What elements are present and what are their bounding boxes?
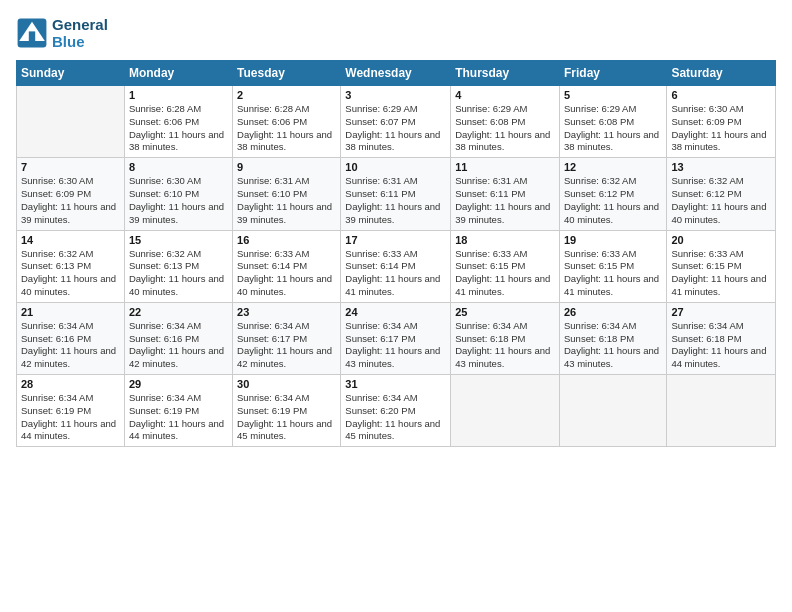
day-info: Sunrise: 6:29 AM Sunset: 6:07 PM Dayligh… bbox=[345, 103, 446, 154]
day-info: Sunrise: 6:31 AM Sunset: 6:11 PM Dayligh… bbox=[455, 175, 555, 226]
day-number: 29 bbox=[129, 378, 228, 390]
day-number: 28 bbox=[21, 378, 120, 390]
calendar-cell: 18Sunrise: 6:33 AM Sunset: 6:15 PM Dayli… bbox=[451, 230, 560, 302]
calendar-cell: 27Sunrise: 6:34 AM Sunset: 6:18 PM Dayli… bbox=[667, 302, 776, 374]
day-number: 10 bbox=[345, 161, 446, 173]
day-header-monday: Monday bbox=[124, 61, 232, 86]
calendar-cell: 2Sunrise: 6:28 AM Sunset: 6:06 PM Daylig… bbox=[233, 86, 341, 158]
day-number: 18 bbox=[455, 234, 555, 246]
calendar-cell: 4Sunrise: 6:29 AM Sunset: 6:08 PM Daylig… bbox=[451, 86, 560, 158]
day-number: 19 bbox=[564, 234, 662, 246]
calendar-cell bbox=[559, 375, 666, 447]
day-info: Sunrise: 6:30 AM Sunset: 6:09 PM Dayligh… bbox=[671, 103, 771, 154]
day-number: 20 bbox=[671, 234, 771, 246]
week-row-3: 14Sunrise: 6:32 AM Sunset: 6:13 PM Dayli… bbox=[17, 230, 776, 302]
day-info: Sunrise: 6:33 AM Sunset: 6:15 PM Dayligh… bbox=[564, 248, 662, 299]
day-number: 26 bbox=[564, 306, 662, 318]
day-info: Sunrise: 6:34 AM Sunset: 6:18 PM Dayligh… bbox=[671, 320, 771, 371]
day-info: Sunrise: 6:34 AM Sunset: 6:16 PM Dayligh… bbox=[129, 320, 228, 371]
calendar-cell: 3Sunrise: 6:29 AM Sunset: 6:07 PM Daylig… bbox=[341, 86, 451, 158]
page: General Blue SundayMondayTuesdayWednesda… bbox=[0, 0, 792, 612]
day-info: Sunrise: 6:30 AM Sunset: 6:09 PM Dayligh… bbox=[21, 175, 120, 226]
calendar-cell: 30Sunrise: 6:34 AM Sunset: 6:19 PM Dayli… bbox=[233, 375, 341, 447]
day-info: Sunrise: 6:31 AM Sunset: 6:11 PM Dayligh… bbox=[345, 175, 446, 226]
day-info: Sunrise: 6:34 AM Sunset: 6:18 PM Dayligh… bbox=[564, 320, 662, 371]
day-info: Sunrise: 6:32 AM Sunset: 6:13 PM Dayligh… bbox=[129, 248, 228, 299]
calendar-header-row: SundayMondayTuesdayWednesdayThursdayFrid… bbox=[17, 61, 776, 86]
day-number: 16 bbox=[237, 234, 336, 246]
calendar-cell: 23Sunrise: 6:34 AM Sunset: 6:17 PM Dayli… bbox=[233, 302, 341, 374]
day-number: 2 bbox=[237, 89, 336, 101]
day-number: 13 bbox=[671, 161, 771, 173]
day-number: 25 bbox=[455, 306, 555, 318]
calendar-cell bbox=[451, 375, 560, 447]
day-info: Sunrise: 6:29 AM Sunset: 6:08 PM Dayligh… bbox=[564, 103, 662, 154]
logo-text: General Blue bbox=[52, 16, 108, 50]
calendar-cell: 6Sunrise: 6:30 AM Sunset: 6:09 PM Daylig… bbox=[667, 86, 776, 158]
calendar-cell bbox=[17, 86, 125, 158]
logo: General Blue bbox=[16, 16, 108, 50]
day-number: 5 bbox=[564, 89, 662, 101]
week-row-2: 7Sunrise: 6:30 AM Sunset: 6:09 PM Daylig… bbox=[17, 158, 776, 230]
day-info: Sunrise: 6:33 AM Sunset: 6:15 PM Dayligh… bbox=[455, 248, 555, 299]
calendar-cell: 15Sunrise: 6:32 AM Sunset: 6:13 PM Dayli… bbox=[124, 230, 232, 302]
calendar-cell: 20Sunrise: 6:33 AM Sunset: 6:15 PM Dayli… bbox=[667, 230, 776, 302]
day-number: 24 bbox=[345, 306, 446, 318]
calendar-cell: 16Sunrise: 6:33 AM Sunset: 6:14 PM Dayli… bbox=[233, 230, 341, 302]
day-header-thursday: Thursday bbox=[451, 61, 560, 86]
calendar-cell bbox=[667, 375, 776, 447]
day-number: 8 bbox=[129, 161, 228, 173]
day-info: Sunrise: 6:34 AM Sunset: 6:19 PM Dayligh… bbox=[21, 392, 120, 443]
week-row-4: 21Sunrise: 6:34 AM Sunset: 6:16 PM Dayli… bbox=[17, 302, 776, 374]
day-info: Sunrise: 6:34 AM Sunset: 6:18 PM Dayligh… bbox=[455, 320, 555, 371]
day-number: 22 bbox=[129, 306, 228, 318]
day-header-friday: Friday bbox=[559, 61, 666, 86]
calendar-cell: 24Sunrise: 6:34 AM Sunset: 6:17 PM Dayli… bbox=[341, 302, 451, 374]
calendar: SundayMondayTuesdayWednesdayThursdayFrid… bbox=[16, 60, 776, 447]
day-info: Sunrise: 6:34 AM Sunset: 6:17 PM Dayligh… bbox=[237, 320, 336, 371]
day-info: Sunrise: 6:34 AM Sunset: 6:17 PM Dayligh… bbox=[345, 320, 446, 371]
calendar-cell: 17Sunrise: 6:33 AM Sunset: 6:14 PM Dayli… bbox=[341, 230, 451, 302]
calendar-cell: 5Sunrise: 6:29 AM Sunset: 6:08 PM Daylig… bbox=[559, 86, 666, 158]
calendar-cell: 12Sunrise: 6:32 AM Sunset: 6:12 PM Dayli… bbox=[559, 158, 666, 230]
week-row-5: 28Sunrise: 6:34 AM Sunset: 6:19 PM Dayli… bbox=[17, 375, 776, 447]
day-info: Sunrise: 6:34 AM Sunset: 6:19 PM Dayligh… bbox=[237, 392, 336, 443]
day-number: 7 bbox=[21, 161, 120, 173]
calendar-cell: 7Sunrise: 6:30 AM Sunset: 6:09 PM Daylig… bbox=[17, 158, 125, 230]
day-number: 30 bbox=[237, 378, 336, 390]
day-number: 4 bbox=[455, 89, 555, 101]
calendar-cell: 9Sunrise: 6:31 AM Sunset: 6:10 PM Daylig… bbox=[233, 158, 341, 230]
day-info: Sunrise: 6:34 AM Sunset: 6:16 PM Dayligh… bbox=[21, 320, 120, 371]
calendar-cell: 29Sunrise: 6:34 AM Sunset: 6:19 PM Dayli… bbox=[124, 375, 232, 447]
day-info: Sunrise: 6:28 AM Sunset: 6:06 PM Dayligh… bbox=[237, 103, 336, 154]
day-number: 3 bbox=[345, 89, 446, 101]
day-number: 31 bbox=[345, 378, 446, 390]
day-number: 11 bbox=[455, 161, 555, 173]
day-info: Sunrise: 6:34 AM Sunset: 6:20 PM Dayligh… bbox=[345, 392, 446, 443]
day-header-tuesday: Tuesday bbox=[233, 61, 341, 86]
day-header-sunday: Sunday bbox=[17, 61, 125, 86]
day-number: 12 bbox=[564, 161, 662, 173]
day-info: Sunrise: 6:33 AM Sunset: 6:15 PM Dayligh… bbox=[671, 248, 771, 299]
day-info: Sunrise: 6:32 AM Sunset: 6:13 PM Dayligh… bbox=[21, 248, 120, 299]
day-number: 21 bbox=[21, 306, 120, 318]
day-number: 15 bbox=[129, 234, 228, 246]
calendar-cell: 1Sunrise: 6:28 AM Sunset: 6:06 PM Daylig… bbox=[124, 86, 232, 158]
calendar-cell: 11Sunrise: 6:31 AM Sunset: 6:11 PM Dayli… bbox=[451, 158, 560, 230]
calendar-cell: 28Sunrise: 6:34 AM Sunset: 6:19 PM Dayli… bbox=[17, 375, 125, 447]
day-header-wednesday: Wednesday bbox=[341, 61, 451, 86]
calendar-cell: 13Sunrise: 6:32 AM Sunset: 6:12 PM Dayli… bbox=[667, 158, 776, 230]
logo-icon bbox=[16, 17, 48, 49]
calendar-cell: 31Sunrise: 6:34 AM Sunset: 6:20 PM Dayli… bbox=[341, 375, 451, 447]
calendar-cell: 10Sunrise: 6:31 AM Sunset: 6:11 PM Dayli… bbox=[341, 158, 451, 230]
day-number: 27 bbox=[671, 306, 771, 318]
day-info: Sunrise: 6:32 AM Sunset: 6:12 PM Dayligh… bbox=[564, 175, 662, 226]
calendar-cell: 19Sunrise: 6:33 AM Sunset: 6:15 PM Dayli… bbox=[559, 230, 666, 302]
calendar-cell: 22Sunrise: 6:34 AM Sunset: 6:16 PM Dayli… bbox=[124, 302, 232, 374]
calendar-cell: 26Sunrise: 6:34 AM Sunset: 6:18 PM Dayli… bbox=[559, 302, 666, 374]
day-number: 1 bbox=[129, 89, 228, 101]
header: General Blue bbox=[16, 16, 776, 50]
svg-rect-2 bbox=[29, 31, 35, 42]
day-number: 23 bbox=[237, 306, 336, 318]
week-row-1: 1Sunrise: 6:28 AM Sunset: 6:06 PM Daylig… bbox=[17, 86, 776, 158]
